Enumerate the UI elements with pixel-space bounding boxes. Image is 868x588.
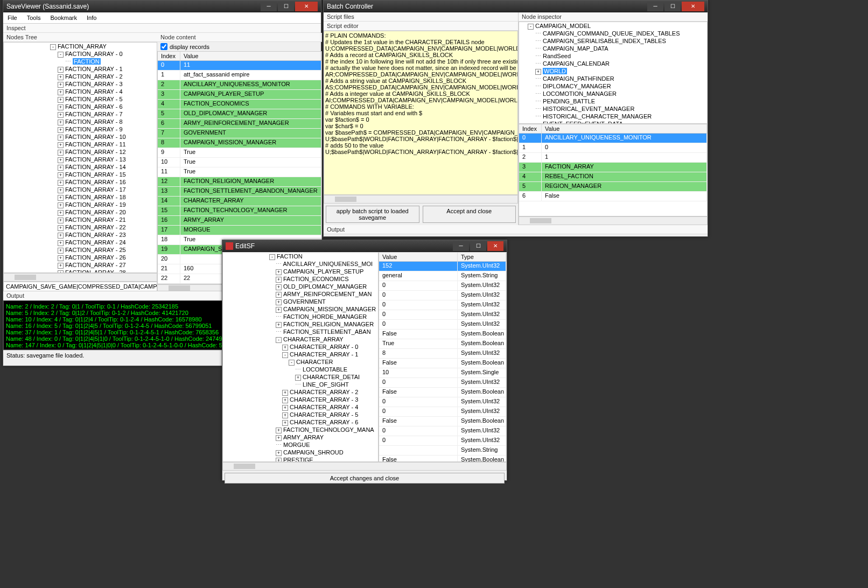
tree-item[interactable]: +FACTION_ARRAY - 19 — [4, 201, 157, 208]
expand-icon[interactable]: + — [58, 255, 64, 261]
table-row[interactable]: 0System.UInt32 — [379, 300, 506, 310]
table-row[interactable]: 15FACTION_TECHNOLOGY_MANAGER — [158, 206, 321, 216]
tree-item[interactable]: +CAMPAIGN_PLAYER_SETUP — [223, 268, 378, 275]
insp-hscroll[interactable] — [519, 216, 708, 225]
expand-icon[interactable]: + — [58, 97, 64, 103]
minimize-button[interactable]: ─ — [261, 2, 277, 11]
expand-icon[interactable]: + — [276, 292, 282, 298]
tree-item[interactable]: +FACTION_ARRAY - 9 — [4, 125, 157, 133]
tree-item[interactable]: ⋯ FACTION_HORDE_MANAGER — [223, 313, 378, 320]
nodes-tree[interactable]: -FACTION_ARRAY-FACTION_ARRAY - 0⋯ FACTIO… — [3, 42, 157, 273]
titlebar[interactable]: SaveViewer (Sassanid.save) ─ ☐ ✕ — [3, 1, 321, 12]
close-button[interactable]: ✕ — [487, 241, 503, 251]
tree-item[interactable]: +FACTION_ARRAY - 4 — [4, 88, 157, 95]
display-records-checkbox[interactable]: display records — [157, 42, 322, 51]
tree-item[interactable]: +FACTION_ARRAY - 25 — [4, 246, 157, 254]
expand-icon[interactable]: + — [276, 458, 282, 462]
table-row[interactable]: 21 — [519, 153, 707, 163]
table-row[interactable]: 4REBEL_FACTION — [519, 172, 707, 182]
expand-icon[interactable]: + — [58, 104, 64, 110]
display-records-input[interactable] — [160, 43, 167, 50]
tree-item[interactable]: ⋯ DIPLOMACY_MANAGER — [519, 82, 707, 90]
expand-icon[interactable]: + — [58, 150, 64, 156]
tree-item[interactable]: +FACTION_ARRAY - 12 — [4, 148, 157, 156]
expand-icon[interactable]: + — [58, 233, 64, 239]
table-row[interactable]: FalseSystem.Boolean — [379, 359, 506, 368]
tree-item[interactable]: ⋯ CAMPAIGN_PATHFINDER — [519, 75, 707, 82]
table-row[interactable]: 3FACTION_ARRAY — [519, 163, 707, 172]
expand-icon[interactable]: + — [58, 172, 64, 178]
table-row[interactable]: 10 — [519, 143, 707, 153]
tree-item[interactable]: +ARMY_ARRAY — [223, 433, 378, 441]
table-row[interactable]: 6ARMY_REINFORCEMENT_MANAGER — [158, 119, 321, 129]
expand-icon[interactable]: + — [58, 120, 64, 125]
tree-item[interactable]: +WORLD — [519, 67, 707, 75]
table-row[interactable]: 14CHARACTER_ARRAY — [158, 197, 321, 206]
table-row[interactable]: System.String — [379, 446, 506, 456]
table-row[interactable]: 011 — [158, 61, 321, 71]
tree-item[interactable]: +CHARACTER_ARRAY - 6 — [223, 418, 378, 426]
table-row[interactable]: 0ANCILLARY_UNIQUENESS_MONITOR — [519, 134, 707, 143]
table-row[interactable]: 0System.UInt32 — [379, 310, 506, 320]
expand-icon[interactable]: + — [58, 202, 64, 208]
maximize-button[interactable]: ☐ — [470, 241, 486, 251]
menu-bookmark[interactable]: Bookmark — [50, 15, 77, 21]
tree-item[interactable]: +GOVERNMENT — [223, 298, 378, 305]
col-index[interactable]: Index — [519, 124, 542, 133]
tree-item[interactable]: +FACTION_ARRAY - 7 — [4, 110, 157, 118]
expand-icon[interactable]: + — [58, 142, 64, 148]
editsf-hscroll[interactable] — [222, 462, 507, 471]
tree-item[interactable]: +CAMPAIGN_SHROUD — [223, 449, 378, 456]
tree-item[interactable]: -CAMPAIGN_MODEL — [519, 22, 707, 30]
tree-item[interactable]: ⋯ LOCOMOTABLE — [223, 366, 378, 373]
table-row[interactable]: 7GOVERNMENT — [158, 129, 321, 138]
tree-item[interactable]: -FACTION_ARRAY — [4, 43, 157, 50]
tree-item[interactable]: ⋯ EVENT_FEED::EVENT_DATA — [519, 120, 707, 124]
col-index[interactable]: Index — [158, 52, 180, 60]
table-row[interactable]: FalseSystem.Boolean — [379, 330, 506, 339]
expand-icon[interactable]: + — [58, 195, 64, 201]
table-row[interactable]: 11True — [158, 167, 321, 177]
apply-batch-button[interactable]: apply batch script to loaded savegame — [326, 206, 419, 223]
table-row[interactable]: 1att_fact_sassanid empire — [158, 71, 321, 80]
expand-icon[interactable]: + — [276, 299, 282, 305]
table-row[interactable]: FalseSystem.Boolean — [379, 456, 506, 461]
expand-icon[interactable]: + — [58, 187, 64, 193]
table-row[interactable]: 17MORGUE — [158, 226, 321, 235]
expand-icon[interactable]: + — [58, 67, 64, 73]
tree-item[interactable]: ⋯ CAMPAIGN_MAP_DATA — [519, 45, 707, 52]
table-row[interactable]: 4FACTION_ECONOMICS — [158, 100, 321, 109]
expand-icon[interactable]: + — [282, 405, 288, 411]
expand-icon[interactable]: + — [58, 165, 64, 171]
tree-item[interactable]: +FACTION_ARRAY - 10 — [4, 133, 157, 141]
expand-icon[interactable]: + — [58, 82, 64, 88]
tree-item[interactable]: ⋯ CAMPAIGN_COMMAND_QUEUE_INDEX_TABLES — [519, 30, 707, 37]
col-value[interactable]: Value — [542, 124, 707, 133]
accept-close-button[interactable]: Accept and close — [423, 206, 516, 223]
titlebar[interactable]: EditSF ─ ☐ ✕ — [222, 240, 507, 252]
tree-item[interactable]: +FACTION_ARRAY - 17 — [4, 186, 157, 193]
expand-icon[interactable]: + — [535, 69, 541, 75]
table-row[interactable]: 5OLD_DIPLOMACY_MANAGER — [158, 109, 321, 119]
expand-icon[interactable]: - — [282, 352, 288, 358]
tree-item[interactable]: ⋯ ANCILLARY_UNIQUENESS_MOI — [223, 260, 378, 268]
expand-icon[interactable]: + — [58, 218, 64, 223]
tree-item[interactable]: +FACTION_TECHNOLOGY_MANA — [223, 426, 378, 433]
expand-icon[interactable]: - — [289, 360, 295, 366]
table-row[interactable]: 152System.UInt32 — [379, 262, 506, 271]
tree-item[interactable]: +CHARACTER_ARRAY - 2 — [223, 388, 378, 396]
minimize-button[interactable]: ─ — [647, 2, 663, 11]
expand-icon[interactable]: + — [58, 127, 64, 133]
expand-icon[interactable]: + — [282, 420, 288, 426]
inspector-tree[interactable]: -CAMPAIGN_MODEL⋯ CAMPAIGN_COMMAND_QUEUE_… — [519, 22, 708, 124]
table-row[interactable]: 13FACTION_SETTLEMENT_ABANDON_MANAGER — [158, 187, 321, 197]
maximize-button[interactable]: ☐ — [664, 2, 681, 11]
tree-item[interactable]: +FACTION_ARRAY - 3 — [4, 80, 157, 88]
tree-item[interactable]: ⋯ HISTORICAL_EVENT_MANAGER — [519, 105, 707, 113]
expand-icon[interactable]: + — [282, 345, 288, 351]
table-row[interactable]: 0System.UInt32 — [379, 426, 506, 436]
table-row[interactable]: 10System.Single — [379, 368, 506, 378]
tree-item[interactable]: +ARMY_REINFORCEMENT_MAN — [223, 290, 378, 298]
tree-item[interactable]: +FACTION_ARRAY - 11 — [4, 141, 157, 148]
table-row[interactable]: 3CAMPAIGN_PLAYER_SETUP — [158, 90, 321, 100]
